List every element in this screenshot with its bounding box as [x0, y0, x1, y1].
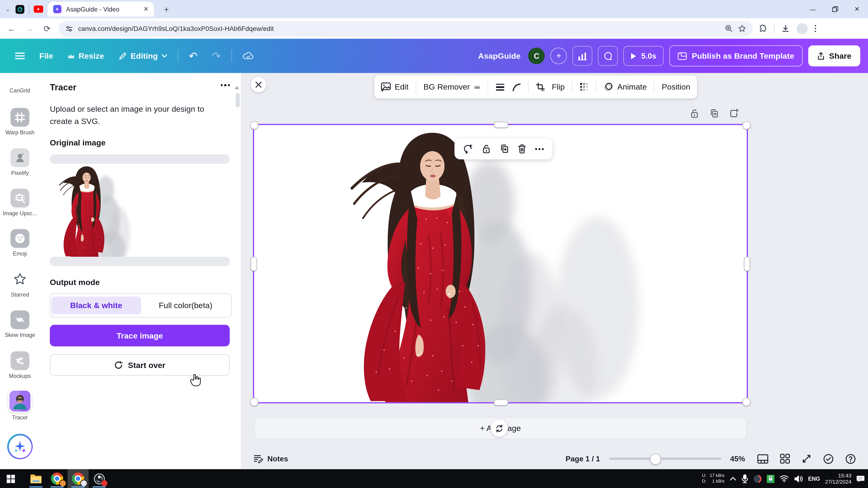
sidebar-item-emoji[interactable]: Emoji: [0, 229, 40, 257]
tray-app-icon-dark[interactable]: [753, 474, 762, 483]
pages-view-icon[interactable]: [757, 454, 769, 463]
reload-icon[interactable]: ⟳: [41, 24, 53, 33]
more-options-button[interactable]: [535, 148, 544, 150]
resize-handle-s[interactable]: [494, 399, 508, 405]
zoom-slider[interactable]: [609, 458, 721, 460]
volume-tray-icon[interactable]: [794, 474, 803, 483]
design-page[interactable]: [254, 125, 747, 402]
magic-assistant-button[interactable]: [0, 434, 40, 459]
tray-expand-icon[interactable]: [730, 477, 736, 481]
add-comment-button[interactable]: [463, 144, 473, 154]
design-image[interactable]: [254, 125, 747, 402]
back-icon[interactable]: ←: [5, 24, 18, 33]
invite-member-button[interactable]: +: [551, 47, 567, 64]
sidebar-item-tracer[interactable]: Tracer: [0, 391, 40, 421]
account-avatar[interactable]: C: [528, 47, 545, 64]
mode-full-color-option[interactable]: Full color(beta): [141, 297, 230, 314]
site-settings-icon[interactable]: [65, 25, 73, 32]
resize-handle-sw[interactable]: [250, 398, 258, 406]
duplicate-element-button[interactable]: [499, 144, 509, 154]
tab-search-caret-icon[interactable]: ⌄: [5, 6, 10, 12]
add-page-button[interactable]: + Add page: [254, 417, 747, 440]
resize-handle-n[interactable]: [494, 122, 508, 128]
extensions-icon[interactable]: [758, 24, 767, 33]
sidebar-item-cangrid[interactable]: CanGrid: [0, 88, 40, 94]
undo-button[interactable]: ↶: [182, 50, 205, 62]
sidebar-item-warp-brush[interactable]: Warp Brush: [0, 108, 40, 135]
browser-menu-icon[interactable]: [814, 24, 816, 33]
clock[interactable]: 15:43 27/12/2024: [825, 472, 851, 485]
pinned-tab-favicon-dark[interactable]: [16, 5, 25, 14]
start-over-button[interactable]: Start over: [50, 354, 230, 376]
editing-mode-button[interactable]: Editing: [111, 52, 175, 60]
tab-close-icon[interactable]: ✕: [144, 5, 149, 13]
stroke-weight-button[interactable]: [495, 83, 505, 91]
obs-studio-button[interactable]: [89, 469, 110, 488]
tray-app-icon-green[interactable]: [767, 474, 774, 483]
present-play-button[interactable]: 5.0s: [624, 46, 664, 66]
mode-black-white-option[interactable]: Black & white: [52, 297, 141, 314]
new-tab-button[interactable]: +: [164, 4, 169, 14]
fullscreen-icon[interactable]: [802, 454, 811, 463]
language-indicator[interactable]: ENG: [808, 476, 820, 482]
edit-image-button[interactable]: Edit: [381, 83, 408, 92]
forward-icon[interactable]: →: [23, 24, 36, 33]
lock-element-button[interactable]: [482, 144, 491, 154]
duplicate-page-button[interactable]: [709, 108, 719, 118]
panel-more-button[interactable]: [220, 84, 230, 86]
insights-button[interactable]: [573, 46, 592, 66]
canvas-area[interactable]: Edit BG Remover Flip: [241, 73, 868, 469]
main-menu-button[interactable]: [8, 52, 32, 60]
pinned-tab-favicon-youtube[interactable]: [34, 6, 43, 12]
original-image-preview[interactable]: [50, 154, 230, 266]
flip-button[interactable]: Flip: [552, 83, 565, 92]
resize-handle-ne[interactable]: [742, 121, 750, 129]
wifi-tray-icon[interactable]: [779, 475, 789, 483]
omnibox[interactable]: canva.com/design/DAGYrh9sLoQ/1ka3oxP0Sox…: [59, 21, 753, 36]
zoom-indicator-icon[interactable]: [724, 24, 733, 33]
resize-handle-se[interactable]: [742, 398, 750, 406]
microphone-tray-icon[interactable]: [741, 474, 748, 483]
help-icon[interactable]: [845, 453, 856, 464]
chrome-profile1-button[interactable]: [46, 469, 67, 488]
grid-view-icon[interactable]: [780, 454, 790, 463]
resize-handle-e[interactable]: [744, 257, 750, 271]
curve-button[interactable]: [512, 83, 521, 91]
sidebar-item-starred[interactable]: Starred: [0, 270, 40, 297]
animate-button[interactable]: Animate: [603, 82, 647, 92]
bookmark-star-icon[interactable]: [738, 24, 746, 33]
original-image-thumbnail[interactable]: [50, 164, 230, 257]
start-button[interactable]: [0, 469, 21, 488]
window-minimize-button[interactable]: —: [802, 0, 824, 18]
close-panel-button[interactable]: [251, 77, 266, 92]
sidebar-item-skew-image[interactable]: Skew Image: [0, 311, 40, 338]
panel-scrollbar-arrow[interactable]: [235, 86, 239, 89]
panel-scrollbar[interactable]: [236, 93, 240, 107]
sidebar-item-image-upscaler[interactable]: Image Upsc...: [0, 189, 40, 216]
comments-button[interactable]: [598, 46, 618, 66]
check-status-icon[interactable]: [823, 453, 834, 464]
share-button[interactable]: Share: [808, 45, 860, 66]
file-menu-button[interactable]: File: [32, 52, 60, 60]
chrome-profile2-button-active[interactable]: [67, 469, 88, 488]
notes-button[interactable]: Notes: [268, 455, 288, 463]
trace-image-button[interactable]: Trace image: [50, 325, 230, 347]
crop-button[interactable]: [536, 83, 545, 92]
transparency-button[interactable]: [580, 83, 589, 92]
add-page-icon-button[interactable]: [729, 108, 739, 118]
delete-element-button[interactable]: [518, 144, 526, 154]
resize-button[interactable]: Resize: [60, 52, 111, 60]
active-tab[interactable]: AsapGuide - Video ✕: [48, 2, 154, 17]
browser-profile-avatar[interactable]: [797, 23, 808, 34]
redo-button[interactable]: ↷: [205, 50, 228, 62]
publish-brand-template-button[interactable]: Publish as Brand Template: [669, 45, 803, 66]
notification-center-icon[interactable]: [857, 474, 865, 483]
zoom-slider-thumb[interactable]: [650, 454, 661, 465]
window-restore-button[interactable]: [824, 0, 846, 18]
download-icon[interactable]: [781, 24, 790, 33]
sidebar-item-pixelify[interactable]: Pixelify: [0, 148, 40, 176]
lock-page-button[interactable]: [690, 108, 699, 118]
resize-handle-w[interactable]: [251, 257, 257, 271]
position-button[interactable]: Position: [662, 83, 690, 92]
window-close-button[interactable]: ✕: [846, 0, 868, 18]
